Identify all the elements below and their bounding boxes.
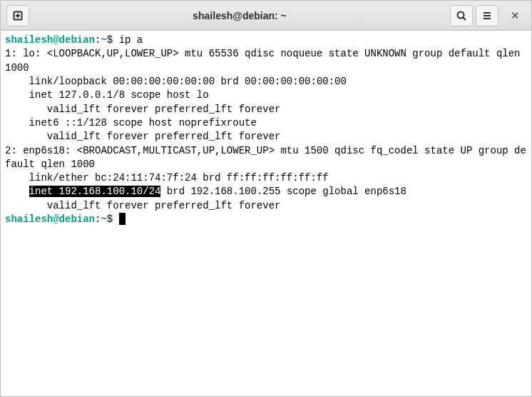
output-line: link/ether bc:24:11:74:7f:24 brd ff:ff:f… xyxy=(5,172,329,184)
terminal-cursor xyxy=(119,213,126,225)
prompt-user-host: shailesh@debian xyxy=(5,34,95,46)
output-line: inet6 ::1/128 scope host noprefixroute xyxy=(5,117,257,129)
terminal-area[interactable]: shailesh@debian:~$ ip a 1: lo: <LOOPBACK… xyxy=(1,31,531,396)
command-text: ip a xyxy=(119,34,143,46)
menu-button[interactable] xyxy=(476,5,498,26)
titlebar: shailesh@debian: ~ ✕ xyxy=(1,1,531,31)
output-line: brd 192.168.100.255 scope global enp6s18 xyxy=(160,186,406,197)
output-line: 2: enp6s18: <BROADCAST,MULTICAST,UP,LOWE… xyxy=(5,145,526,170)
search-button[interactable] xyxy=(450,5,473,26)
prompt-symbol: $ xyxy=(107,213,113,225)
new-tab-icon xyxy=(12,10,24,21)
output-line: 1: lo: <LOOPBACK,UP,LOWER_UP> mtu 65536 … xyxy=(5,48,526,73)
output-line: valid_lft forever preferred_lft forever xyxy=(5,131,280,142)
output-line: valid_lft forever preferred_lft forever xyxy=(5,200,280,211)
close-button[interactable]: ✕ xyxy=(503,5,527,26)
output-line: valid_lft forever preferred_lft forever xyxy=(5,104,280,115)
hamburger-icon xyxy=(481,10,493,21)
highlighted-ip: inet 192.168.100.10/24 xyxy=(29,186,161,197)
window-title: shailesh@debian: ~ xyxy=(31,10,449,21)
prompt-user-host: shailesh@debian xyxy=(5,213,95,225)
search-icon xyxy=(456,10,467,21)
new-tab-button[interactable] xyxy=(6,5,29,26)
prompt-symbol: $ xyxy=(107,34,113,46)
prompt-path: ~ xyxy=(101,213,106,225)
terminal-window: shailesh@debian: ~ ✕ shailesh@debian:~$ … xyxy=(0,0,532,397)
close-icon: ✕ xyxy=(511,9,520,22)
output-line: link/loopback 00:00:00:00:00:00 brd 00:0… xyxy=(5,76,347,87)
titlebar-right: ✕ xyxy=(449,5,527,26)
output-line: inet 127.0.0.1/8 scope host lo xyxy=(5,89,209,101)
prompt-path: ~ xyxy=(101,34,106,46)
svg-point-3 xyxy=(458,11,464,18)
output-indent xyxy=(5,186,29,197)
svg-line-4 xyxy=(464,17,466,20)
